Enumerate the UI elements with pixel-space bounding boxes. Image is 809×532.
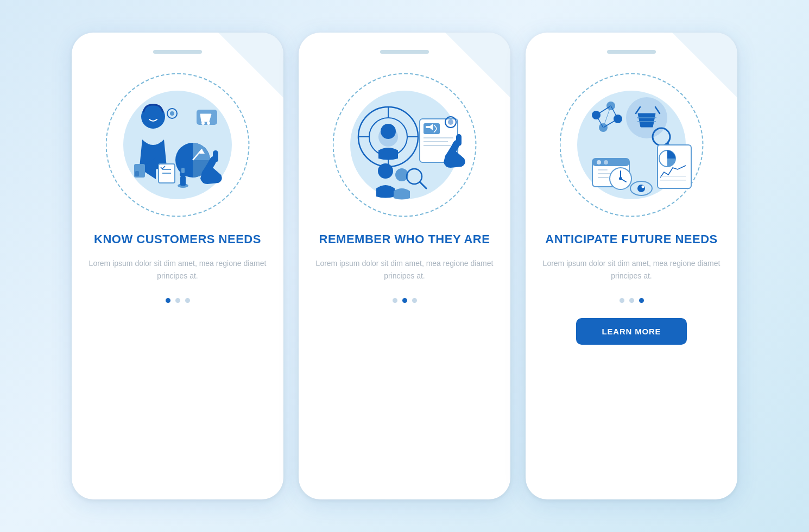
svg-rect-17 — [181, 168, 185, 173]
svg-line-46 — [603, 119, 618, 128]
svg-rect-10 — [135, 171, 139, 176]
dot-active — [639, 298, 644, 303]
dot-active — [166, 298, 170, 303]
svg-point-2 — [201, 122, 205, 125]
svg-line-39 — [420, 182, 426, 188]
svg-line-48 — [603, 106, 611, 128]
phone-notch-3 — [607, 50, 656, 54]
svg-point-36 — [378, 163, 393, 179]
svg-line-44 — [596, 106, 611, 115]
svg-point-19 — [170, 111, 174, 116]
svg-point-3 — [207, 122, 210, 125]
pagination-dots-3 — [620, 298, 644, 303]
dot-inactive — [629, 298, 634, 303]
svg-rect-7 — [213, 150, 218, 162]
dot-inactive — [185, 298, 190, 303]
card-remember-who: REMEMBER WHO THEY ARE Lorem ipsum dolor … — [299, 33, 510, 499]
svg-point-71 — [642, 186, 644, 188]
card-description-1: Lorem ipsum dolor sit dim amet, mea regi… — [87, 257, 268, 283]
card-title-3: ANTICIPATE FUTURE NEEDS — [545, 232, 717, 248]
pagination-dots-1 — [166, 298, 190, 303]
learn-more-button[interactable]: LEARN MORE — [576, 318, 687, 345]
illustration-svg-1 — [112, 80, 243, 210]
dot-inactive — [393, 298, 397, 303]
card-anticipate: ANTICIPATE FUTURE NEEDS Lorem ipsum dolo… — [526, 33, 737, 499]
svg-rect-62 — [598, 169, 608, 170]
dot-active — [402, 298, 407, 303]
svg-rect-15 — [180, 176, 186, 186]
illustration-area-1 — [102, 69, 254, 221]
card-title-1: KNOW CUSTOMERS NEEDS — [94, 232, 261, 248]
illustration-area-3 — [555, 69, 707, 221]
svg-rect-33 — [456, 134, 462, 146]
svg-point-23 — [381, 124, 396, 139]
card-description-2: Lorem ipsum dolor sit dim amet, mea regi… — [314, 257, 495, 283]
dot-inactive — [412, 298, 417, 303]
illustration-area-2 — [328, 69, 481, 221]
svg-point-70 — [637, 185, 645, 192]
phone-notch-2 — [380, 50, 429, 54]
illustration-svg-3 — [566, 80, 697, 210]
dot-inactive — [175, 298, 180, 303]
card-know-customers: KNOW CUSTOMERS NEEDS Lorem ipsum dolor s… — [72, 33, 283, 499]
phone-notch — [153, 50, 202, 54]
svg-point-68 — [619, 177, 622, 180]
svg-point-35 — [448, 119, 453, 125]
dot-inactive — [620, 298, 624, 303]
card-description-3: Lorem ipsum dolor sit dim amet, mea regi… — [541, 257, 722, 283]
svg-point-61 — [604, 160, 608, 164]
svg-rect-64 — [598, 177, 609, 178]
card-title-2: REMEMBER WHO THEY ARE — [319, 232, 490, 248]
illustration-svg-2 — [339, 80, 470, 210]
cards-container: KNOW CUSTOMERS NEEDS Lorem ipsum dolor s… — [72, 33, 737, 499]
svg-rect-63 — [598, 173, 612, 174]
pagination-dots-2 — [393, 298, 417, 303]
svg-point-60 — [597, 160, 601, 164]
